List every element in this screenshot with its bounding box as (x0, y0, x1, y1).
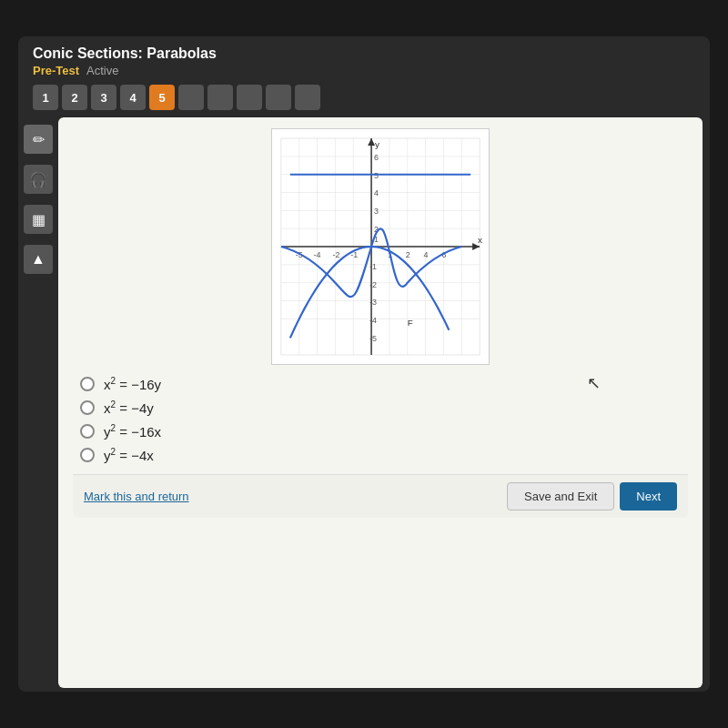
svg-text:-1: -1 (369, 262, 377, 271)
bottom-bar: Mark this and return Save and Exit Next (73, 474, 688, 518)
svg-text:6: 6 (374, 153, 379, 162)
tab-5[interactable]: 5 (149, 85, 175, 110)
tab-10[interactable] (295, 85, 320, 110)
choice-a-text: x2 = −16y (104, 376, 161, 392)
pencil-icon[interactable]: ✏ (24, 125, 53, 154)
radio-d[interactable] (80, 448, 95, 462)
svg-text:F: F (408, 318, 413, 328)
radio-c[interactable] (80, 424, 95, 439)
main-content: ✏ 🎧 ▦ ▲ (18, 114, 710, 692)
choice-c-text: y2 = −16x (104, 423, 161, 440)
tab-7[interactable] (207, 85, 233, 110)
tab-bar: 1 2 3 4 5 (18, 81, 710, 114)
calculator-icon[interactable]: ▦ (24, 205, 53, 234)
tab-6[interactable] (178, 85, 204, 110)
choice-c[interactable]: y2 = −16x (80, 423, 688, 440)
choice-d[interactable]: y2 = −4x (80, 447, 688, 463)
choice-d-text: y2 = −4x (104, 447, 154, 463)
svg-text:4: 4 (374, 188, 379, 197)
choice-b-text: x2 = −4y (104, 399, 154, 416)
radio-b[interactable] (80, 400, 95, 415)
header: Conic Sections: Parabolas Pre-Test Activ… (18, 36, 710, 81)
save-exit-button[interactable]: Save and Exit (507, 482, 614, 511)
svg-text:-5: -5 (369, 334, 377, 343)
tab-2[interactable]: 2 (62, 85, 87, 110)
svg-text:-2: -2 (332, 250, 339, 259)
svg-text:-4: -4 (314, 250, 321, 259)
active-label: Active (86, 64, 118, 77)
pre-test-label: Pre-Test (33, 64, 79, 77)
header-sub: Pre-Test Active (33, 64, 695, 77)
content-panel: x y -5 -4 -2 -1 1 2 4 6 6 5 4 3 2 (58, 117, 703, 688)
svg-text:3: 3 (374, 207, 379, 216)
answer-choices: x2 = −16y x2 = −4y y2 = −16x y2 = −4x (80, 376, 688, 463)
svg-text:2: 2 (406, 250, 410, 259)
radio-a[interactable] (80, 377, 95, 391)
next-button[interactable]: Next (620, 482, 677, 511)
svg-text:x: x (478, 235, 482, 245)
graph-svg: x y -5 -4 -2 -1 1 2 4 6 6 5 4 3 2 (271, 128, 490, 365)
choice-a[interactable]: x2 = −16y (80, 376, 688, 392)
tab-3[interactable]: 3 (91, 85, 116, 110)
svg-text:-3: -3 (369, 298, 377, 307)
main-container: Conic Sections: Parabolas Pre-Test Activ… (18, 36, 710, 692)
sidebar: ✏ 🎧 ▦ ▲ (18, 117, 58, 688)
svg-text:4: 4 (424, 250, 429, 259)
page-title: Conic Sections: Parabolas (33, 46, 695, 62)
tab-4[interactable]: 4 (120, 85, 146, 110)
svg-text:-2: -2 (369, 280, 377, 289)
headphones-icon[interactable]: 🎧 (24, 165, 53, 194)
svg-text:y: y (375, 139, 379, 149)
svg-text:-4: -4 (369, 316, 377, 325)
graph-container: x y -5 -4 -2 -1 1 2 4 6 6 5 4 3 2 (73, 128, 688, 365)
tab-1[interactable]: 1 (33, 85, 58, 110)
tab-8[interactable] (237, 85, 262, 110)
choice-b[interactable]: x2 = −4y (80, 399, 688, 416)
mark-return-link[interactable]: Mark this and return (84, 490, 189, 503)
tab-9[interactable] (266, 85, 291, 110)
arrow-up-icon[interactable]: ▲ (24, 245, 53, 274)
bottom-buttons: Save and Exit Next (507, 482, 677, 511)
